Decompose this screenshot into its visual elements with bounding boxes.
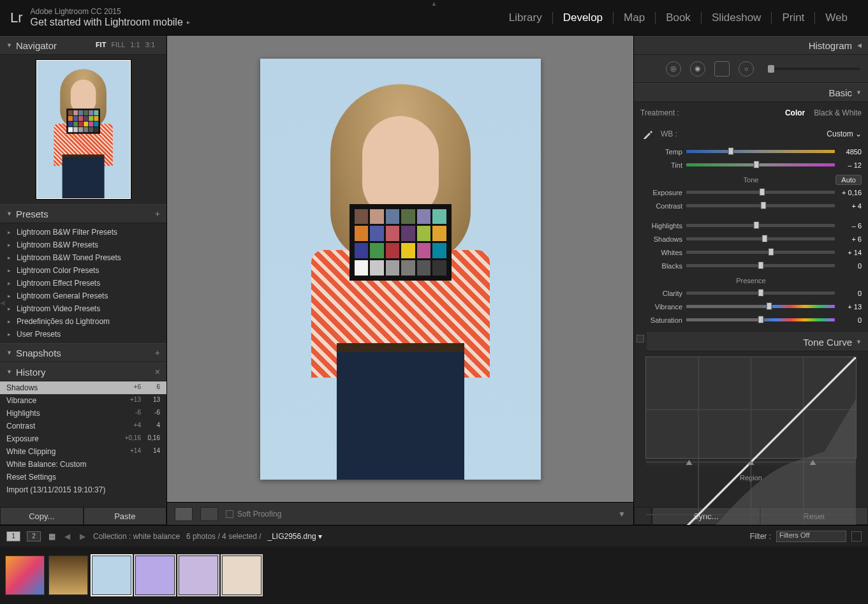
wb-select[interactable]: Custom ⌄ [827, 129, 862, 138]
history-step[interactable]: Shadows+66 [0, 381, 166, 394]
preset-folder[interactable]: Lightroom B&W Presets [6, 239, 160, 251]
highlights-slider[interactable] [686, 224, 835, 227]
temp-value[interactable]: 4850 [835, 148, 862, 156]
blacks-slider[interactable] [686, 264, 835, 267]
module-develop[interactable]: Develop [553, 11, 613, 24]
presets-header[interactable]: ▼ Presets + [0, 204, 166, 223]
clarity-value[interactable]: 0 [835, 290, 862, 297]
preset-folder[interactable]: Lightroom General Presets [6, 290, 160, 302]
preset-folder[interactable]: Predefinições do Lightroom [6, 315, 160, 328]
add-snapshot-icon[interactable]: + [155, 348, 160, 358]
main-window-button[interactable]: 1 [6, 531, 20, 541]
basic-panel-header[interactable]: Basic ▼ [634, 83, 868, 102]
history-step[interactable]: White Clipping+1414 [0, 445, 166, 458]
preset-folder[interactable]: Lightroom B&W Toned Presets [6, 251, 160, 264]
histogram-header[interactable]: Histogram ◀ [634, 36, 868, 55]
panel-switch-icon[interactable] [636, 335, 644, 343]
history-step[interactable]: White Balance: Custom [0, 458, 166, 471]
filename[interactable]: _LIG2956.dng ▾ [268, 532, 322, 541]
history-step[interactable]: Exposure+0,160,16 [0, 432, 166, 445]
module-map[interactable]: Map [614, 11, 655, 24]
radial-filter-icon[interactable]: ○ [739, 61, 754, 77]
saturation-value[interactable]: 0 [835, 316, 862, 324]
redeye-icon[interactable]: ◉ [690, 61, 705, 77]
module-slideshow[interactable]: Slideshow [702, 11, 772, 24]
navigator-header[interactable]: ▼ Navigator FITFILL1:13:1 [0, 36, 166, 55]
nav-mode-3-1[interactable]: 3:1 [145, 41, 155, 48]
module-web[interactable]: Web [815, 11, 858, 24]
grid-view-icon[interactable]: ▦ [47, 532, 56, 541]
next-photo-icon[interactable]: ▶ [78, 532, 87, 541]
treatment-color[interactable]: Color [785, 108, 805, 117]
exposure-value[interactable]: + 0,16 [835, 189, 862, 196]
module-print[interactable]: Print [772, 11, 814, 24]
shadows-value[interactable]: + 6 [835, 235, 862, 243]
history-step[interactable]: Import (13/11/2015 19:10:37) [0, 483, 166, 496]
clear-history-icon[interactable]: × [155, 367, 160, 377]
left-panel-toggle[interactable]: ◀ [0, 298, 5, 306]
nav-mode-fill[interactable]: FILL [111, 41, 125, 48]
filter-lock-icon[interactable] [851, 531, 862, 541]
prev-photo-icon[interactable]: ◀ [63, 532, 71, 541]
copy-button[interactable]: Copy... [0, 507, 84, 525]
contrast-value[interactable]: + 4 [835, 202, 862, 210]
gradient-filter-icon[interactable] [714, 61, 730, 77]
filmstrip-thumb[interactable] [222, 556, 261, 595]
add-preset-icon[interactable]: + [155, 209, 160, 219]
vibrance-slider[interactable] [686, 305, 835, 308]
shadows-slider[interactable] [686, 237, 835, 240]
toolbar-menu-icon[interactable]: ▼ [618, 510, 626, 519]
filmstrip-thumb[interactable] [92, 556, 131, 595]
paste-button[interactable]: Paste [84, 507, 167, 525]
filter-select[interactable]: Filters Off [776, 531, 846, 542]
filmstrip-thumb[interactable] [48, 556, 88, 595]
loupe-view-button[interactable] [175, 507, 193, 521]
history-header[interactable]: ▼ History × [0, 362, 166, 381]
crop-icon[interactable] [642, 61, 657, 77]
filmstrip-thumb[interactable] [179, 556, 218, 595]
history-step[interactable]: Contrast+44 [0, 420, 166, 432]
vibrance-value[interactable]: + 13 [835, 303, 862, 311]
auto-tone-button[interactable]: Auto [835, 175, 862, 185]
module-book[interactable]: Book [656, 11, 701, 24]
filmstrip-thumb[interactable] [135, 556, 175, 595]
whites-value[interactable]: + 14 [835, 249, 862, 256]
tone-curve-header[interactable]: Tone Curve ▼ [647, 332, 868, 351]
navigator-thumbnail[interactable] [36, 60, 131, 199]
filmstrip-thumb[interactable] [5, 556, 45, 595]
snapshots-header[interactable]: ▼ Snapshots + [0, 343, 166, 362]
spot-removal-icon[interactable]: ◎ [666, 61, 681, 77]
highlights-value[interactable]: – 6 [835, 222, 862, 230]
second-window-button[interactable]: 2 [27, 531, 41, 541]
collection-path[interactable]: Collection : white balance [93, 532, 180, 541]
preset-folder[interactable]: Lightroom Video Presets [6, 302, 160, 315]
module-library[interactable]: Library [499, 11, 552, 24]
preset-folder[interactable]: Lightroom B&W Filter Presets [6, 226, 160, 239]
preset-folder[interactable]: User Presets [6, 328, 160, 341]
treatment-bw[interactable]: Black & White [814, 108, 862, 117]
exposure-slider[interactable] [686, 191, 835, 194]
preset-folder[interactable]: Lightroom Effect Presets [6, 277, 160, 290]
mask-slider[interactable] [768, 68, 860, 70]
tint-slider[interactable] [686, 163, 835, 166]
history-step[interactable]: Vibrance+1313 [0, 394, 166, 407]
temp-slider[interactable] [686, 150, 835, 153]
whites-slider[interactable] [686, 251, 835, 254]
tone-curve-graph[interactable] [645, 357, 857, 459]
wb-dropper-icon[interactable] [640, 126, 656, 142]
nav-mode-1-1[interactable]: 1:1 [130, 41, 140, 48]
clarity-slider[interactable] [686, 291, 835, 295]
preset-folder[interactable]: Lightroom Color Presets [6, 264, 160, 277]
blacks-value[interactable]: 0 [835, 262, 862, 270]
contrast-slider[interactable] [686, 204, 835, 207]
saturation-slider[interactable] [686, 318, 835, 321]
before-after-button[interactable] [200, 507, 218, 521]
top-panel-toggle[interactable]: ▲ [431, 0, 438, 7]
lightroom-mobile-link[interactable]: Get started with Lightroom mobile▸ [31, 16, 190, 28]
history-step[interactable]: Highlights-6-6 [0, 407, 166, 420]
loupe-view[interactable] [167, 36, 633, 502]
nav-mode-fit[interactable]: FIT [96, 41, 107, 48]
history-step[interactable]: Reset Settings [0, 471, 166, 483]
tint-value[interactable]: – 12 [835, 161, 862, 169]
soft-proofing-toggle[interactable]: Soft Proofing [226, 510, 281, 519]
